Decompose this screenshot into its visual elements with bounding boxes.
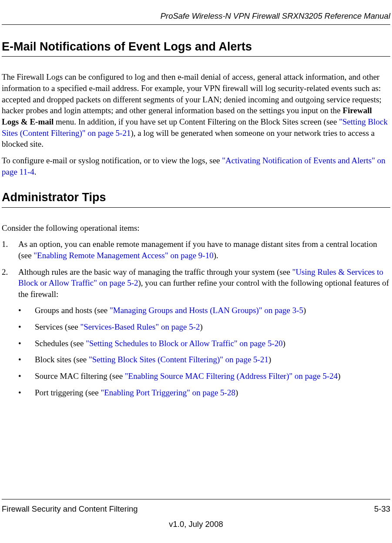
text: ) [283,339,285,348]
list-item: 2. Although rules are the basic way of m… [2,266,390,398]
text: The Firewall Logs can be configured to l… [2,72,382,115]
bullet-icon: • [18,387,21,398]
bullet-icon: • [18,354,21,365]
text: ) [303,306,306,315]
text: ) [268,355,271,364]
list-item: • Block sites (see "Setting Block Sites … [18,354,390,365]
link-mac-filtering[interactable]: "Enabling Source MAC Filtering (Address … [125,371,338,381]
list-item: • Schedules (see "Setting Schedules to B… [18,338,390,349]
text: Groups and hosts (see [35,306,110,315]
text: Block sites (see [35,355,89,364]
text: ) [235,388,238,397]
text: ) [338,371,340,381]
text: ). [214,251,218,260]
list-item: • Port triggering (see "Enabling Port Tr… [18,387,390,398]
list-item: • Source MAC filtering (see "Enabling So… [18,371,390,382]
text: To configure e-mail or syslog notificati… [2,156,222,165]
bullet-icon: • [18,321,21,333]
paragraph-email-1: The Firewall Logs can be configured to l… [2,71,390,149]
section-heading-admin-tips: Administrator Tips [2,189,390,207]
list-number: 2. [2,266,8,278]
bullet-icon: • [18,338,21,349]
bullet-list: • Groups and hosts (see "Managing Groups… [18,305,390,398]
paragraph-email-2: To configure e-mail or syslog notificati… [2,155,390,177]
footer-page-number: 5-33 [374,504,390,515]
link-block-sites-2[interactable]: "Setting Block Sites (Content Filtering)… [89,355,268,364]
section-heading-email: E-Mail Notifications of Event Logs and A… [2,39,390,57]
numbered-list: 1. As an option, you can enable remote m… [2,239,390,398]
page-header-title: ProSafe Wireless-N VPN Firewall SRXN3205… [2,11,390,22]
text: Source MAC filtering (see [35,371,125,381]
header-rule [2,24,390,25]
footer-section-title: Firewall Security and Content Filtering [2,504,138,515]
link-port-triggering[interactable]: "Enabling Port Triggering" on page 5-28 [101,388,235,397]
link-groups-hosts[interactable]: "Managing Groups and Hosts (LAN Groups)"… [110,306,303,315]
link-services[interactable]: "Services-Based Rules" on page 5-2 [80,322,200,331]
text: ) [200,322,203,331]
text: Schedules (see [35,339,86,348]
footer-version: v1.0, July 2008 [2,519,390,530]
text: menu. In addition, if you have set up Co… [54,117,339,126]
link-schedules[interactable]: "Setting Schedules to Block or Allow Tra… [86,339,283,348]
bullet-icon: • [18,371,21,382]
bullet-icon: • [18,305,21,316]
text: . [34,167,37,176]
list-item: • Groups and hosts (see "Managing Groups… [18,305,390,316]
list-item: 1. As an option, you can enable remote m… [2,239,390,261]
list-number: 1. [2,239,8,250]
footer-rule [2,499,390,499]
text: Services (see [35,322,80,331]
link-remote-management[interactable]: "Enabling Remote Management Access" on p… [34,251,213,260]
page-footer: Firewall Security and Content Filtering … [2,499,390,530]
paragraph-admin-intro: Consider the following operational items… [2,223,390,234]
text: Although rules are the basic way of mana… [18,267,292,277]
list-item: • Services (see "Services-Based Rules" o… [18,321,390,333]
text: Port triggering (see [35,388,101,397]
